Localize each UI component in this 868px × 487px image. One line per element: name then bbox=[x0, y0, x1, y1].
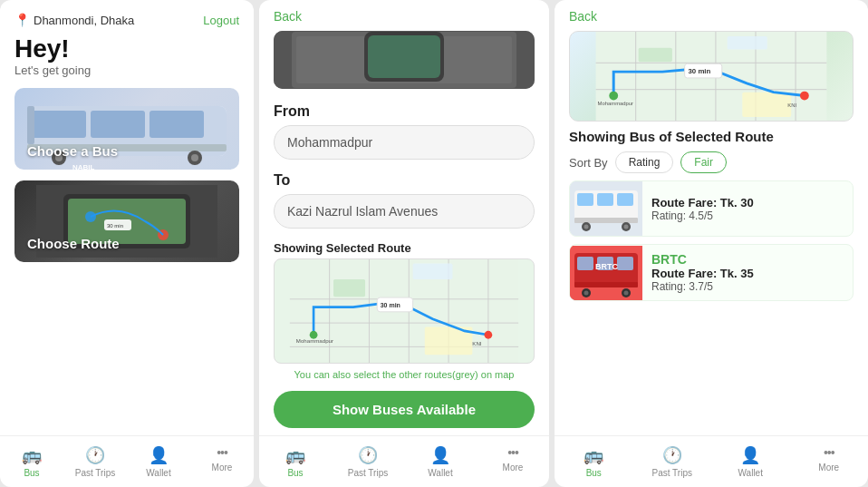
location-text: Dhanmondi, Dhaka bbox=[34, 14, 134, 27]
svg-rect-50 bbox=[639, 48, 672, 63]
past-trips-icon: 🕐 bbox=[85, 445, 105, 465]
hero-bg-svg bbox=[274, 31, 535, 89]
from-input[interactable] bbox=[274, 125, 535, 160]
right-map-svg: 30 min Mohammadpur KNI bbox=[570, 32, 853, 121]
middle-nav-wallet[interactable]: 👤 Wallet bbox=[404, 443, 477, 480]
sort-rating-button[interactable]: Rating bbox=[615, 151, 674, 173]
middle-nav-more-label: More bbox=[503, 463, 524, 472]
location-pin-icon: 📍 bbox=[14, 13, 30, 27]
middle-nav-past-trips-label: Past Trips bbox=[348, 468, 388, 478]
right-wallet-icon: 👤 bbox=[740, 445, 760, 465]
choose-bus-card[interactable]: NABIL Choose a Bus bbox=[14, 88, 239, 170]
left-bottom-nav: 🚌 Bus 🕐 Past Trips 👤 Wallet ••• More bbox=[0, 435, 254, 487]
bus-result-1[interactable]: Route Fare: Tk. 30 Rating: 4.5/5 bbox=[569, 180, 854, 237]
choose-route-label: Choose Route bbox=[27, 236, 120, 251]
svg-rect-51 bbox=[728, 36, 767, 50]
svg-point-9 bbox=[191, 154, 198, 161]
more-icon: ••• bbox=[217, 445, 227, 460]
svg-rect-4 bbox=[149, 111, 204, 138]
nav-more-label: More bbox=[212, 463, 233, 472]
svg-text:30 min: 30 min bbox=[107, 223, 123, 229]
middle-wallet-icon: 👤 bbox=[430, 445, 450, 465]
middle-bus-icon: 🚌 bbox=[285, 445, 305, 465]
right-bottom-nav: 🚌 Bus 🕐 Past Trips 👤 Wallet ••• More bbox=[555, 435, 868, 487]
svg-point-66 bbox=[584, 225, 589, 229]
choose-bus-label: Choose a Bus bbox=[27, 143, 118, 159]
left-nav-more[interactable]: ••• More bbox=[190, 443, 254, 480]
from-label: From bbox=[274, 103, 535, 120]
right-nav-bus-label: Bus bbox=[586, 468, 602, 478]
hero-banner: Choose Route bbox=[274, 31, 535, 89]
right-nav-wallet-label: Wallet bbox=[738, 468, 763, 478]
red-bus-svg: BRTC bbox=[570, 246, 642, 300]
svg-text:Mohammadpur: Mohammadpur bbox=[598, 101, 634, 106]
middle-nav-more[interactable]: ••• More bbox=[477, 443, 549, 480]
svg-rect-2 bbox=[32, 111, 86, 138]
svg-point-54 bbox=[800, 92, 809, 101]
right-more-icon: ••• bbox=[824, 445, 834, 460]
svg-point-79 bbox=[624, 290, 629, 295]
right-past-trips-icon: 🕐 bbox=[662, 445, 682, 465]
svg-rect-73 bbox=[617, 257, 633, 270]
right-nav-wallet[interactable]: 👤 Wallet bbox=[711, 443, 790, 480]
left-nav-past-trips[interactable]: 🕐 Past Trips bbox=[63, 443, 127, 480]
svg-rect-63 bbox=[617, 193, 633, 206]
from-section: From bbox=[259, 96, 549, 172]
sort-fair-button[interactable]: Fair bbox=[680, 151, 727, 173]
svg-rect-62 bbox=[597, 193, 613, 206]
svg-text:KNI: KNI bbox=[472, 340, 482, 346]
right-back-button[interactable]: Back bbox=[555, 0, 868, 24]
middle-nav-wallet-label: Wallet bbox=[428, 468, 452, 478]
nav-wallet-label: Wallet bbox=[146, 468, 170, 478]
middle-panel: Back Choose Route From To Showing Select… bbox=[259, 0, 549, 487]
white-bus-svg bbox=[570, 181, 642, 236]
svg-text:30 min: 30 min bbox=[689, 67, 711, 75]
bus-results: Route Fare: Tk. 30 Rating: 4.5/5 BRTC bbox=[555, 180, 868, 435]
svg-rect-71 bbox=[577, 257, 593, 270]
show-buses-button[interactable]: Show Buses Available bbox=[274, 391, 535, 428]
middle-more-icon: ••• bbox=[507, 445, 518, 460]
svg-rect-74 bbox=[574, 282, 638, 287]
middle-nav-past-trips[interactable]: 🕐 Past Trips bbox=[332, 443, 404, 480]
left-greeting: Hey! Let's get going bbox=[0, 31, 254, 88]
right-panel: Back 30 min Mohammadpur KNI bbox=[555, 0, 868, 487]
svg-text:KNI: KNI bbox=[787, 102, 796, 108]
greeting-subtitle: Let's get going bbox=[14, 63, 239, 77]
logout-button[interactable]: Logout bbox=[203, 14, 239, 27]
svg-rect-33 bbox=[333, 279, 365, 297]
bus-result-2-img: BRTC bbox=[570, 246, 642, 300]
right-nav-more[interactable]: ••• More bbox=[790, 443, 869, 480]
svg-rect-23 bbox=[368, 35, 440, 78]
bus-result-2[interactable]: BRTC BRTC Route Fare: Tk. 35 Rating: 3.7… bbox=[569, 244, 854, 301]
right-nav-past-trips[interactable]: 🕐 Past Trips bbox=[633, 443, 712, 480]
bus-result-1-img bbox=[570, 181, 642, 236]
svg-point-68 bbox=[624, 225, 629, 229]
svg-text:30 min: 30 min bbox=[381, 302, 400, 308]
svg-rect-10 bbox=[27, 106, 34, 144]
svg-text:BRTC: BRTC bbox=[595, 262, 618, 271]
svg-text:Mohammadpur: Mohammadpur bbox=[296, 337, 333, 344]
to-input[interactable] bbox=[274, 194, 535, 229]
middle-map-svg: 30 min Mohammadpur KNI bbox=[275, 259, 534, 363]
bus-result-1-info: Route Fare: Tk. 30 Rating: 4.5/5 bbox=[651, 189, 853, 229]
left-nav-bus[interactable]: 🚌 Bus bbox=[0, 443, 63, 480]
right-nav-past-trips-label: Past Trips bbox=[652, 468, 692, 478]
middle-bottom-nav: 🚌 Bus 🕐 Past Trips 👤 Wallet ••• More bbox=[259, 435, 549, 487]
sort-row: Sort By Rating Fair bbox=[555, 151, 868, 180]
bus-result-2-fare: Route Fare: Tk. 35 bbox=[651, 267, 845, 280]
middle-nav-bus[interactable]: 🚌 Bus bbox=[259, 443, 332, 480]
app-container: 📍 Dhanmondi, Dhaka Logout Hey! Let's get… bbox=[0, 0, 868, 487]
choose-route-card[interactable]: 30 min Choose Route bbox=[14, 180, 239, 262]
bus-result-1-fare: Route Fare: Tk. 30 bbox=[651, 196, 845, 209]
wallet-icon: 👤 bbox=[149, 445, 169, 465]
showing-route-label: Showing Selected Route bbox=[259, 241, 549, 258]
middle-map: 30 min Mohammadpur KNI bbox=[274, 258, 535, 364]
right-nav-more-label: More bbox=[818, 463, 839, 472]
right-nav-bus[interactable]: 🚌 Bus bbox=[555, 443, 633, 480]
bus-icon: 🚌 bbox=[22, 445, 42, 465]
showing-bus-label: Showing Bus of Selected Route bbox=[555, 129, 868, 151]
left-nav-wallet[interactable]: 👤 Wallet bbox=[127, 443, 190, 480]
greeting-title: Hey! bbox=[14, 34, 239, 63]
middle-past-trips-icon: 🕐 bbox=[358, 445, 378, 465]
middle-back-button[interactable]: Back bbox=[259, 0, 549, 24]
